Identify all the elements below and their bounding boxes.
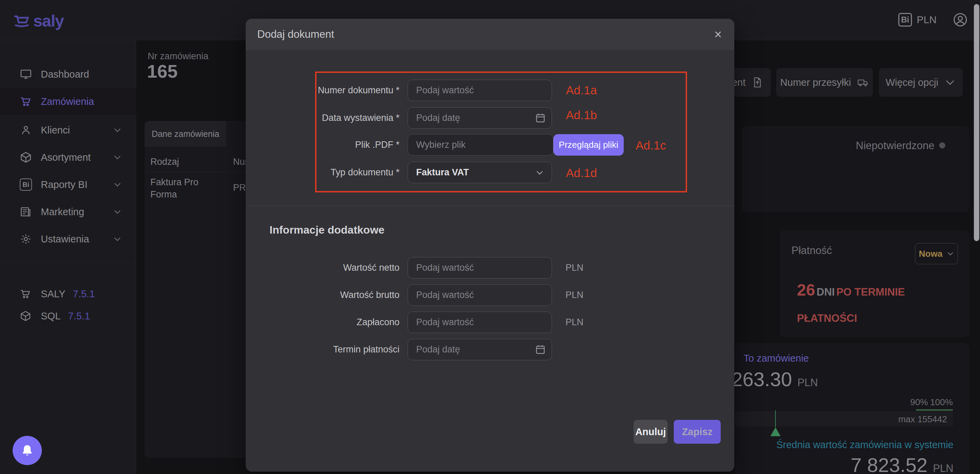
net-value-field (408, 257, 552, 279)
notifications-button[interactable] (13, 436, 42, 465)
currency-suffix: PLN (566, 257, 596, 279)
app-root: saly Bi PLN Dashboard Zamówienia Klienci (0, 0, 980, 474)
document-type-value: Faktura VAT (416, 167, 469, 178)
additional-info-title: Informacje dodatkowe (269, 224, 385, 236)
net-value-input[interactable] (408, 257, 552, 279)
paid-value-field (408, 311, 552, 333)
field-label-typ-dokumentu: Typ dokumentu * (266, 162, 399, 183)
file-name-input[interactable] (408, 134, 553, 156)
field-label-wartosc-brutto: Wartość brutto (266, 284, 399, 306)
field-label-zaplacono: Zapłacono (266, 311, 399, 333)
gross-value-input[interactable] (408, 284, 552, 306)
payment-due-date-field (408, 339, 552, 360)
pdf-file-field: Przeglądaj pliki (408, 134, 624, 156)
browse-files-button[interactable]: Przeglądaj pliki (553, 134, 624, 156)
document-type-select[interactable]: Faktura VAT (408, 162, 552, 183)
gross-value-field (408, 284, 552, 306)
currency-suffix: PLN (566, 311, 596, 333)
field-label-plik-pdf: Plik .PDF * (266, 134, 399, 156)
chevron-down-icon (535, 168, 544, 177)
payment-due-date-input[interactable] (408, 339, 552, 360)
modal-header: Dodaj dokument × (246, 19, 734, 50)
field-label-data-wystawienia: Data wystawienia * (266, 107, 399, 129)
currency-suffix: PLN (566, 284, 596, 306)
modal-title: Dodaj dokument (257, 28, 334, 40)
field-label-wartosc-netto: Wartość netto (266, 257, 399, 279)
field-label-termin-platnosci: Termin płatności (266, 339, 399, 360)
paid-value-input[interactable] (408, 311, 552, 333)
annotation-ad1a: Ad.1a (566, 83, 597, 97)
bell-icon (21, 444, 34, 457)
annotation-ad1b: Ad.1b (566, 108, 597, 122)
add-document-modal: Dodaj dokument × Numer dokumentu * Ad.1a… (246, 19, 734, 472)
cancel-button[interactable]: Anuluj (633, 420, 668, 444)
document-number-field (408, 80, 552, 101)
issue-date-input[interactable] (408, 107, 552, 129)
document-number-input[interactable] (408, 80, 552, 101)
field-label-numer-dokumentu: Numer dokumentu * (266, 80, 399, 101)
page-scrollbar-thumb[interactable] (974, 4, 979, 241)
modal-divider (246, 206, 734, 206)
close-icon[interactable]: × (710, 26, 726, 43)
annotation-ad1c: Ad.1c (636, 139, 666, 152)
issue-date-field (408, 107, 552, 129)
save-button[interactable]: Zapisz (674, 420, 721, 444)
annotation-ad1d: Ad.1d (566, 166, 597, 180)
